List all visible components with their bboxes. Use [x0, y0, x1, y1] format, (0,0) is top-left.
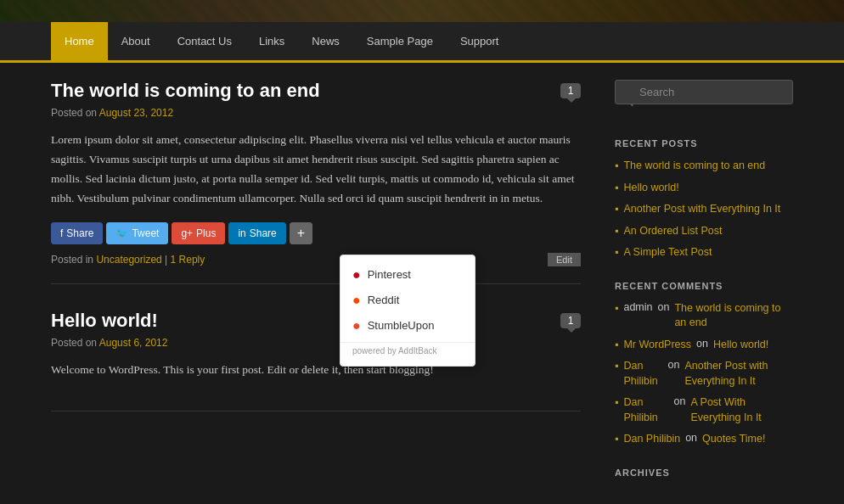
- list-item: The world is coming to an end: [615, 159, 793, 174]
- share-pinterest-item[interactable]: ● Pinterest: [340, 262, 475, 288]
- list-item: Another Post with Everything In It: [615, 202, 793, 217]
- list-item: Hello world!: [615, 181, 793, 196]
- twitter-icon: 🐦: [115, 227, 128, 239]
- recent-comment-post-link-4[interactable]: Quotes Time!: [702, 432, 765, 447]
- recent-posts-title: RECENT POSTS: [615, 138, 793, 148]
- recent-posts-section: RECENT POSTS The world is coming to an e…: [615, 138, 793, 260]
- main-nav: Home About Contact Us Links News Sample …: [0, 22, 844, 63]
- share-more-button[interactable]: +: [290, 222, 312, 244]
- post-2-date[interactable]: August 6, 2012: [99, 337, 168, 349]
- share-stumbleupon-item[interactable]: ● StumbleUpon: [340, 313, 475, 339]
- list-item: admin on The world is coming to an end: [615, 301, 793, 331]
- recent-comment-post-link-2[interactable]: Another Post with Everything In It: [684, 359, 793, 389]
- facebook-icon: f: [60, 227, 63, 239]
- share-twitter-button[interactable]: 🐦 Tweet: [106, 222, 168, 244]
- recent-comment-author-link-3[interactable]: Dan Philibin: [623, 395, 668, 425]
- list-item: Mr WordPress on Hello world!: [615, 338, 793, 353]
- post-1-category[interactable]: Uncategorized: [96, 254, 161, 266]
- share-facebook-button[interactable]: f Share: [51, 222, 103, 244]
- googleplus-icon: g+: [181, 227, 193, 239]
- recent-comments-list: admin on The world is coming to an end M…: [615, 301, 793, 447]
- recent-comment-author-link-4[interactable]: Dan Philibin: [623, 432, 680, 447]
- post-2-title[interactable]: Hello world!: [51, 310, 158, 332]
- recent-posts-list: The world is coming to an end Hello worl…: [615, 159, 793, 260]
- post-1-title[interactable]: The world is coming to an end: [51, 80, 320, 102]
- pinterest-icon: ●: [352, 267, 361, 283]
- recent-comment-post-link-3[interactable]: A Post With Everything In It: [690, 395, 793, 425]
- post-1-meta: Posted on August 23, 2012: [51, 107, 581, 119]
- list-item: Dan Philibin on Another Post with Everyt…: [615, 359, 793, 389]
- search-section: [615, 80, 793, 121]
- nav-item-home[interactable]: Home: [51, 22, 108, 60]
- dropdown-powered-by: powered by AddItBack: [340, 342, 475, 359]
- list-item: A Simple Text Post: [615, 245, 793, 260]
- share-reddit-item[interactable]: ● Reddit: [340, 288, 475, 313]
- nav-item-about[interactable]: About: [108, 22, 164, 60]
- header-banner: [0, 0, 844, 22]
- share-googleplus-button[interactable]: g+ Plus: [172, 222, 225, 244]
- post-1-replies[interactable]: 1 Reply: [171, 254, 205, 266]
- stumbleupon-icon: ●: [352, 318, 361, 333]
- share-dropdown: ● Pinterest ● Reddit ● StumbleUpon power…: [340, 255, 475, 367]
- recent-comment-author-link-2[interactable]: Dan Philibin: [623, 359, 662, 389]
- post-1-footer: Posted in Uncategorized | 1 Reply Edit: [51, 253, 581, 266]
- post-2-meta: Posted on August 6, 2012: [51, 337, 581, 349]
- search-input[interactable]: [615, 80, 793, 104]
- list-item: An Ordered List Post: [615, 224, 793, 239]
- post-2: Hello world! 1 Posted on August 6, 2012 …: [51, 310, 581, 412]
- post-1-date[interactable]: August 23, 2012: [99, 107, 173, 119]
- archives-title: ARCHIVES: [615, 468, 793, 478]
- nav-item-support[interactable]: Support: [447, 22, 513, 60]
- post-2-content: Welcome to WordPress. This is your first…: [51, 361, 581, 380]
- reddit-icon: ●: [352, 293, 361, 308]
- post-1-comment-count: 1: [560, 83, 581, 98]
- share-buttons: f Share 🐦 Tweet g+ Plus in Share +: [51, 222, 581, 244]
- recent-post-link-2[interactable]: Another Post with Everything In It: [623, 202, 780, 217]
- recent-comment-post-link-1[interactable]: Hello world!: [713, 338, 768, 353]
- recent-comment-author-link-1[interactable]: Mr WordPress: [623, 338, 691, 353]
- nav-item-news[interactable]: News: [298, 22, 353, 60]
- post-1: The world is coming to an end 1 Posted o…: [51, 80, 581, 284]
- nav-item-links[interactable]: Links: [245, 22, 298, 60]
- recent-comments-title: RECENT COMMENTS: [615, 281, 793, 291]
- post-1-edit-button[interactable]: Edit: [548, 253, 581, 266]
- recent-post-link-0[interactable]: The world is coming to an end: [623, 159, 765, 174]
- list-item: Dan Philibin on A Post With Everything I…: [615, 395, 793, 425]
- archives-section: ARCHIVES: [615, 468, 793, 478]
- recent-comment-post-link-0[interactable]: The world is coming to an end: [674, 301, 793, 331]
- linkedin-icon: in: [238, 227, 245, 239]
- main-content: The world is coming to an end 1 Posted o…: [51, 80, 615, 498]
- recent-comments-section: RECENT COMMENTS admin on The world is co…: [615, 281, 793, 447]
- recent-post-link-1[interactable]: Hello world!: [623, 181, 678, 196]
- post-1-content: Lorem ipsum dolor sit amet, consectetur …: [51, 131, 581, 209]
- list-item: Dan Philibin on Quotes Time!: [615, 432, 793, 447]
- post-2-comment-count: 1: [560, 313, 581, 328]
- share-linkedin-button[interactable]: in Share: [228, 222, 285, 244]
- nav-item-contact[interactable]: Contact Us: [164, 22, 245, 60]
- recent-post-link-4[interactable]: A Simple Text Post: [623, 245, 712, 260]
- sidebar: RECENT POSTS The world is coming to an e…: [615, 80, 793, 498]
- nav-item-sample[interactable]: Sample Page: [353, 22, 447, 60]
- recent-post-link-3[interactable]: An Ordered List Post: [623, 224, 722, 239]
